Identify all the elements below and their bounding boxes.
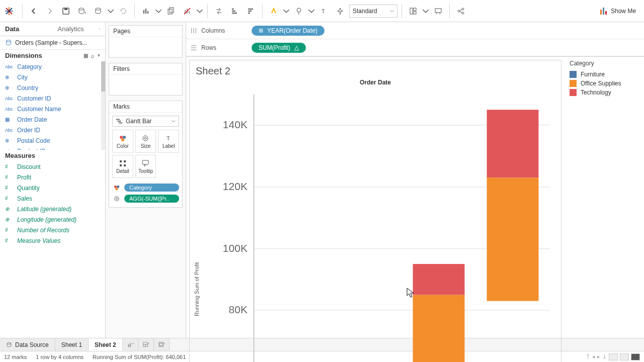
tab-data[interactable]: Data	[0, 22, 53, 36]
y-axis-label: Running Sum of Profit	[194, 262, 200, 316]
filters-shelf[interactable]	[109, 75, 182, 95]
svg-rect-39	[605, 11, 607, 15]
sort-asc-button[interactable]	[228, 4, 242, 18]
nav-first-icon[interactable]: ⤒	[586, 353, 590, 360]
bar[interactable]	[413, 295, 465, 362]
field-measure-values[interactable]: #Measure Values	[0, 235, 105, 246]
view-sorter-icon[interactable]	[631, 353, 640, 360]
new-worksheet-tab[interactable]: +	[123, 338, 138, 351]
field-customer-id[interactable]: AbcCustomer ID	[0, 93, 105, 104]
mark-type-select[interactable]: Gantt Bar	[112, 116, 179, 127]
marks-color[interactable]: Color	[112, 130, 133, 153]
pages-card: Pages	[109, 25, 183, 58]
field-city[interactable]: ⊕City	[0, 72, 105, 82]
clear-dropdown[interactable]	[196, 4, 203, 18]
highlight-dropdown[interactable]	[283, 4, 290, 18]
label-button[interactable]: T	[317, 4, 331, 18]
fit-select[interactable]: Standard	[349, 5, 397, 18]
rows-shelf[interactable]: Rows SUM(Profit) △	[186, 39, 644, 56]
bar[interactable]	[413, 264, 465, 295]
tab-datasource[interactable]: Data Source	[0, 338, 55, 351]
tab-analytics[interactable]: Analytics ◦	[53, 22, 106, 36]
bar[interactable]	[487, 177, 539, 301]
new-dashboard-tab[interactable]: +	[138, 338, 154, 351]
field-customer-name[interactable]: AbcCustomer Name	[0, 104, 105, 114]
nav-last-icon[interactable]: ⤓	[602, 353, 607, 360]
auto-update-button[interactable]	[91, 4, 105, 18]
svg-point-8	[96, 8, 101, 10]
field-quantity[interactable]: #Quantity	[0, 183, 105, 193]
view-grid-icon[interactable]: ▦	[84, 53, 88, 59]
legend-item-technology[interactable]: Technology	[570, 88, 639, 97]
view-tabs-icon[interactable]	[609, 353, 618, 360]
share-button[interactable]	[454, 4, 468, 18]
field-category[interactable]: AbcCategory	[0, 61, 105, 72]
sort-desc-button[interactable]	[244, 4, 258, 18]
clear-button[interactable]	[180, 4, 194, 18]
field-latitude-generated-[interactable]: ⊕Latitude (generated)	[0, 204, 105, 214]
field-order-date[interactable]: ▦Order Date	[0, 114, 105, 125]
bar[interactable]	[487, 110, 539, 177]
group-button[interactable]	[292, 4, 306, 18]
field-country[interactable]: ⊕Country	[0, 82, 105, 93]
scrollbar[interactable]	[101, 61, 105, 150]
tab-sheet1[interactable]: Sheet 1	[55, 338, 89, 351]
legend-item-office-supplies[interactable]: Office Supplies	[570, 79, 639, 88]
field-postal-code[interactable]: ⊕Postal Code	[0, 135, 105, 146]
new-datasource-button[interactable]: +	[75, 4, 89, 18]
nav-next-icon[interactable]: ▸	[597, 353, 600, 360]
marks-pill-agg[interactable]: AGG(-SUM([Pr..	[112, 194, 179, 203]
marks-detail[interactable]: Detail	[112, 155, 133, 178]
marks-size[interactable]: Size	[135, 130, 156, 153]
marks-tooltip[interactable]: Tooltip	[135, 155, 156, 178]
field-profit[interactable]: #Profit	[0, 172, 105, 183]
group-dropdown[interactable]	[308, 4, 315, 18]
cards-dropdown[interactable]	[422, 4, 429, 18]
tab-sheet2[interactable]: Sheet 2	[89, 338, 123, 351]
search-icon[interactable]: ⌕	[91, 53, 95, 59]
sheet-title[interactable]: Sheet 2	[196, 65, 555, 77]
new-worksheet-button[interactable]	[139, 4, 153, 18]
columns-pill-year[interactable]: ⊞ YEAR(Order Date)	[252, 26, 325, 36]
marks-card: Marks Gantt Bar Color Size TLabel Detail…	[109, 101, 183, 208]
field-longitude-generated-[interactable]: ⊕Longitude (generated)	[0, 214, 105, 225]
svg-rect-11	[147, 11, 148, 14]
new-worksheet-dropdown[interactable]	[155, 4, 162, 18]
cards-button[interactable]	[406, 4, 420, 18]
marks-pill-category[interactable]: Category	[112, 183, 179, 192]
field-number-of-records[interactable]: #Number of Records	[0, 225, 105, 235]
back-button[interactable]	[27, 4, 41, 18]
field-product-id[interactable]: AbcProduct ID	[0, 146, 105, 150]
svg-line-36	[460, 12, 462, 13]
auto-update-dropdown[interactable]	[107, 4, 114, 18]
svg-rect-19	[232, 11, 235, 12]
legend-item-furniture[interactable]: Furniture	[570, 70, 639, 79]
datasource-row[interactable]: Orders (Sample - Supers...	[0, 36, 105, 50]
svg-point-57	[115, 188, 118, 190]
marks-label[interactable]: TLabel	[158, 130, 179, 153]
svg-rect-12	[168, 9, 172, 14]
swap-button[interactable]	[212, 4, 226, 18]
field-discount[interactable]: #Discount	[0, 161, 105, 172]
rows-pill-profit[interactable]: SUM(Profit) △	[252, 43, 306, 53]
menu-caret-icon[interactable]: ▾	[98, 53, 100, 59]
measures-header: Measures	[0, 150, 105, 161]
show-me-button[interactable]: Show Me	[596, 5, 640, 17]
duplicate-button[interactable]	[164, 4, 178, 18]
new-story-tab[interactable]: +	[154, 338, 170, 351]
save-button[interactable]	[59, 4, 73, 18]
view-filmstrip-icon[interactable]	[620, 353, 629, 360]
pages-shelf[interactable]	[109, 37, 182, 57]
svg-rect-16	[189, 11, 190, 14]
refresh-button[interactable]	[116, 4, 130, 18]
forward-button[interactable]	[43, 4, 57, 18]
columns-shelf[interactable]: Columns ⊞ YEAR(Order Date)	[186, 22, 644, 39]
presentation-button[interactable]	[431, 4, 445, 18]
viz-canvas[interactable]: Sheet 2 Order Date Running Sum of Profit…	[189, 60, 561, 362]
svg-rect-20	[232, 13, 237, 14]
nav-prev-icon[interactable]: ◂	[592, 353, 595, 360]
pin-button[interactable]	[333, 4, 347, 18]
highlight-button[interactable]	[267, 4, 281, 18]
field-sales[interactable]: #Sales	[0, 193, 105, 204]
field-order-id[interactable]: AbcOrder ID	[0, 125, 105, 135]
